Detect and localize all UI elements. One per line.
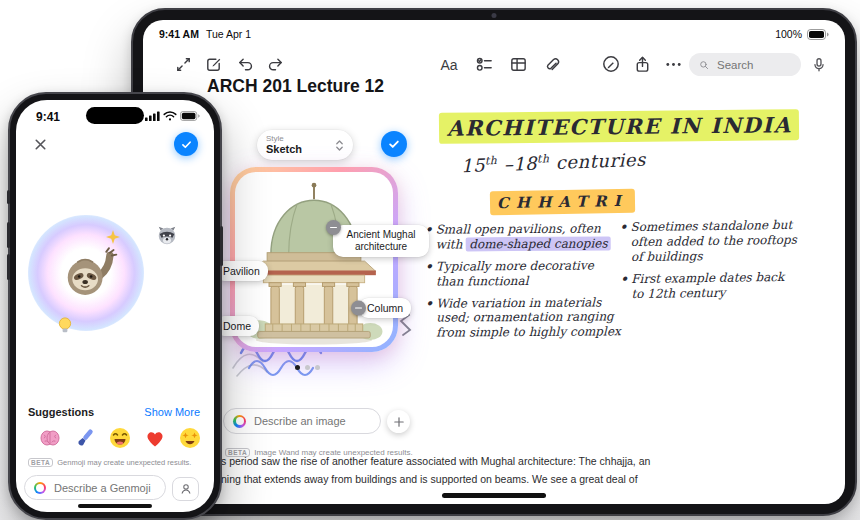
power-button xyxy=(220,226,223,266)
note-body-text: s period saw the rise of another feature… xyxy=(221,452,650,488)
genmoji-beta-note: BETA Genmoji may create unexpected resul… xyxy=(28,458,191,467)
iphone-screen: 9:41 xyxy=(16,100,214,512)
confirm-image-button[interactable] xyxy=(381,131,407,157)
ipad-status-bar: 9:41 AM Tue Apr 1 xyxy=(159,28,251,40)
plus-icon xyxy=(393,416,405,428)
close-button[interactable] xyxy=(30,134,50,154)
person-icon xyxy=(179,482,193,496)
handwritten-heading: ARCHITECTURE IN INDIA xyxy=(439,112,800,141)
iphone-device: 9:41 xyxy=(8,92,222,520)
battery-icon xyxy=(807,29,829,40)
ipad-device: 9:41 AM Tue Apr 1 100% Aa xyxy=(131,8,857,516)
note-bullet: First example dates back to 12th century xyxy=(620,269,798,301)
share-icon[interactable] xyxy=(632,54,652,74)
tag-column[interactable]: Column xyxy=(359,298,411,318)
describe-image-input[interactable] xyxy=(252,414,398,428)
show-more-link[interactable]: Show More xyxy=(144,406,200,418)
style-value: Sketch xyxy=(266,143,302,155)
confirm-genmoji-button[interactable] xyxy=(174,132,198,156)
ipad-camera xyxy=(492,13,497,18)
note-bullet: Typically more decorative than functiona… xyxy=(425,258,621,289)
handwritten-subheading: 15th –18th centuries xyxy=(461,149,646,176)
wifi-icon xyxy=(163,111,177,121)
chevron-up-down-icon xyxy=(335,138,344,153)
suggestions-label: Suggestions xyxy=(28,406,94,418)
ipad-screen: 9:41 AM Tue Apr 1 100% Aa xyxy=(143,20,845,504)
search-input[interactable] xyxy=(715,58,789,72)
style-label: Style xyxy=(266,135,302,144)
ipad-status-right: 100% xyxy=(775,28,829,40)
note-bullet: Small open pavilions, often with dome-sh… xyxy=(425,221,621,252)
describe-genmoji-field[interactable] xyxy=(24,475,166,500)
volume-up-button xyxy=(7,222,10,248)
collapse-note-icon[interactable] xyxy=(173,54,193,74)
attachment-icon[interactable] xyxy=(541,54,561,74)
iphone-home-indicator[interactable] xyxy=(78,504,152,508)
note-title: ARCH 201 Lecture 12 xyxy=(207,76,384,97)
notes-left-column: Small open pavilions, often with dome-sh… xyxy=(425,221,622,347)
search-icon xyxy=(698,59,710,71)
paintbrush-emoji[interactable] xyxy=(72,425,98,451)
laughing-face-emoji[interactable] xyxy=(107,425,133,451)
notes-right-column: Sometimes standalone but often added to … xyxy=(619,218,798,309)
sparkle-icon xyxy=(106,230,120,244)
redo-icon[interactable] xyxy=(265,54,285,74)
suggestions-header: Suggestions Show More xyxy=(28,406,200,418)
compose-icon[interactable] xyxy=(203,54,223,74)
iphone-status-icons xyxy=(145,111,200,121)
dynamic-island xyxy=(86,107,144,124)
checkmark-icon xyxy=(180,138,193,151)
undo-icon[interactable] xyxy=(235,54,255,74)
ipad-status-date: Tue Apr 1 xyxy=(206,28,251,40)
markup-pencil-icon[interactable] xyxy=(601,54,621,74)
add-image-button[interactable] xyxy=(387,410,410,433)
ipad-home-indicator[interactable] xyxy=(442,493,546,498)
action-button xyxy=(7,190,10,204)
table-icon[interactable] xyxy=(508,54,528,74)
text-format-icon[interactable]: Aa xyxy=(439,55,459,75)
cellular-signal-icon xyxy=(145,111,160,121)
note-bullet: Wide variation in materials used; orname… xyxy=(425,295,621,341)
star-struck-emoji[interactable] xyxy=(177,425,203,451)
remove-tag-button[interactable] xyxy=(326,220,341,235)
search-field[interactable] xyxy=(689,53,801,76)
checklist-icon[interactable] xyxy=(474,54,494,74)
style-selector[interactable]: Style Sketch xyxy=(257,130,353,160)
genmoji-thumbnail-lightbulb[interactable] xyxy=(56,316,74,338)
red-heart-emoji[interactable] xyxy=(142,425,168,451)
handwritten-section-title: CHHATRI xyxy=(490,192,635,213)
volume-down-button xyxy=(7,254,10,280)
sloth-genmoji xyxy=(54,242,120,302)
battery-icon xyxy=(180,111,200,121)
image-page-dots[interactable] xyxy=(295,365,320,370)
battery-percent: 100% xyxy=(775,28,802,40)
describe-image-field[interactable] xyxy=(223,408,381,434)
brain-emoji[interactable] xyxy=(37,425,63,451)
more-icon[interactable] xyxy=(663,54,683,74)
apple-intelligence-icon xyxy=(233,415,246,428)
ipad-status-time: 9:41 AM xyxy=(159,28,199,40)
person-genmoji-button[interactable] xyxy=(172,477,199,501)
mic-icon[interactable] xyxy=(809,55,829,75)
genmoji-thumbnail-raccoon[interactable] xyxy=(156,224,178,250)
iphone-status-time: 9:41 xyxy=(36,110,60,124)
background: 9:41 AM Tue Apr 1 100% Aa xyxy=(0,0,860,520)
apple-intelligence-icon xyxy=(34,482,46,494)
tag-subject[interactable]: Ancient Mughal architecture xyxy=(333,225,429,257)
note-bullet: Sometimes standalone but often added to … xyxy=(619,218,798,265)
remove-tag-button[interactable] xyxy=(351,301,366,316)
checkmark-icon xyxy=(387,137,401,151)
